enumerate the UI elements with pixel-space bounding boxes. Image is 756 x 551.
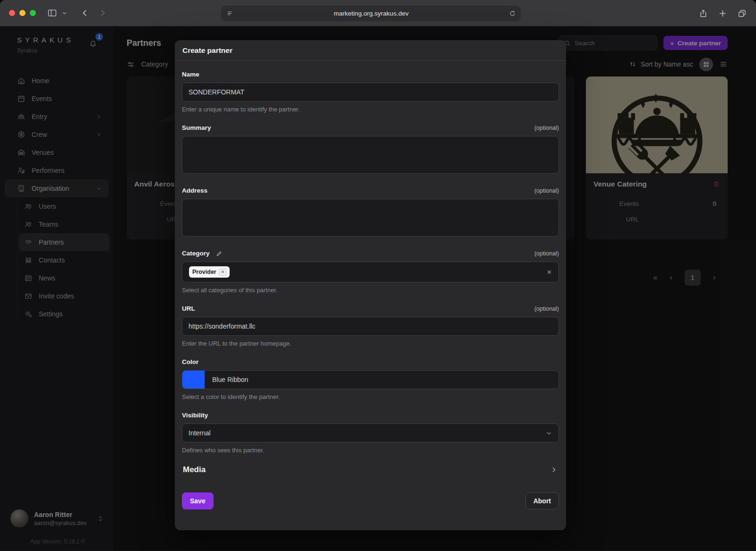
name-label: Name [182, 71, 199, 78]
address-field-group: Address (optional) [182, 187, 559, 238]
tab-overview-icon[interactable] [737, 8, 747, 18]
optional-badge: (optional) [534, 305, 559, 312]
url-text[interactable]: marketing.org.syrakus.dev [233, 10, 509, 17]
color-picker[interactable]: Blue Ribbon [182, 370, 559, 389]
color-label: Color [182, 358, 198, 365]
name-input[interactable] [182, 83, 559, 102]
browser-window: marketing.org.syrakus.dev SYRAKUS Syraku… [0, 0, 756, 551]
optional-badge: (optional) [534, 250, 559, 257]
visibility-help: Defines who sees this partner. [182, 447, 559, 454]
visibility-value: Internal [189, 429, 211, 437]
modal-header: Create partner [175, 40, 566, 61]
chevron-down-icon [545, 430, 552, 437]
media-heading: Media [183, 465, 206, 475]
chevron-down-icon[interactable] [61, 8, 68, 18]
share-icon[interactable] [698, 8, 708, 18]
url-input[interactable] [182, 317, 559, 336]
address-label: Address [182, 187, 207, 194]
address-bar[interactable]: marketing.org.syrakus.dev [221, 6, 521, 21]
summary-textarea[interactable] [182, 136, 559, 174]
category-chip-provider: Provider ✕ [189, 266, 230, 278]
new-tab-icon[interactable] [718, 8, 727, 18]
chip-label: Provider [192, 269, 216, 275]
close-window-button[interactable] [9, 10, 15, 16]
save-button[interactable]: Save [182, 492, 214, 509]
url-label: URL [182, 305, 195, 312]
forward-button[interactable] [98, 8, 107, 18]
url-help: Enter the URL to the partner homepage. [182, 340, 559, 347]
category-help: Select all categories of this partner. [182, 287, 559, 294]
sidebar-toggle-icon[interactable] [47, 8, 57, 18]
optional-badge: (optional) [534, 187, 559, 194]
visibility-label: Visibility [182, 412, 208, 419]
summary-label: Summary [182, 124, 211, 131]
category-multiselect[interactable]: Provider ✕ ✕ [182, 262, 559, 282]
back-button[interactable] [80, 8, 89, 18]
optional-badge: (optional) [534, 125, 559, 131]
pencil-icon[interactable] [216, 250, 223, 257]
traffic-lights [9, 10, 36, 16]
color-swatch[interactable] [182, 371, 205, 389]
color-field-group: Color Blue Ribbon Select a color to iden… [182, 358, 559, 400]
zoom-window-button[interactable] [30, 10, 36, 16]
category-label: Category [182, 250, 210, 257]
name-help: Enter a unique name to identify the part… [182, 106, 559, 113]
chevron-right-icon [550, 466, 558, 474]
minimize-window-button[interactable] [19, 10, 26, 16]
summary-field-group: Summary (optional) [182, 124, 559, 176]
reader-icon[interactable] [226, 10, 233, 17]
abort-button[interactable]: Abort [525, 492, 559, 509]
url-field-group: URL (optional) Enter the URL to the part… [182, 305, 559, 347]
create-partner-modal: Create partner Name Enter a unique name … [175, 40, 566, 530]
name-field-group: Name Enter a unique name to identify the… [182, 71, 559, 113]
media-section-toggle[interactable]: Media [183, 465, 558, 475]
category-field-group: Category (optional) Provider ✕ ✕ Select … [182, 250, 559, 294]
modal-title: Create partner [182, 46, 232, 54]
color-help: Select a color to identify the partner. [182, 393, 559, 400]
address-textarea[interactable] [182, 199, 559, 237]
refresh-icon[interactable] [509, 10, 516, 17]
clear-categories-icon[interactable]: ✕ [547, 269, 552, 276]
browser-chrome: marketing.org.syrakus.dev [0, 0, 756, 26]
color-name: Blue Ribbon [212, 376, 248, 383]
chip-remove-icon[interactable]: ✕ [219, 269, 226, 276]
visibility-field-group: Visibility Internal Defines who sees thi… [182, 412, 559, 454]
visibility-select[interactable]: Internal [182, 424, 559, 442]
